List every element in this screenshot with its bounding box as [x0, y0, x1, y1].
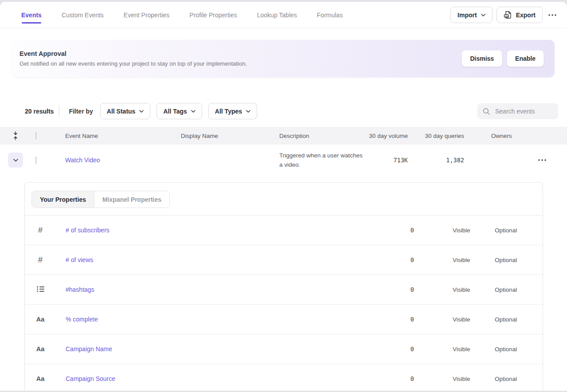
event-name-link[interactable]: Watch Video: [65, 157, 100, 164]
property-row-complete: Aa % complete 0 Visible Optional: [25, 305, 543, 334]
nav-tab-custom-events[interactable]: Custom Events: [62, 12, 104, 19]
ellipsis-icon: [548, 14, 556, 16]
event-approval-banner: Event Approval Get notified on all new e…: [12, 40, 555, 77]
export-button-label: Export: [516, 12, 536, 19]
property-row-of-views: # # of views 0 Visible Optional: [25, 245, 543, 275]
column-header-owners: Owners: [464, 133, 513, 139]
import-button-label: Import: [458, 12, 477, 19]
column-header-30-day-queries: 30 day queries: [408, 133, 464, 139]
tab-your-properties[interactable]: Your Properties: [32, 191, 94, 208]
more-menu-button[interactable]: [547, 12, 558, 19]
enable-button[interactable]: Enable: [507, 50, 544, 67]
properties-list: # # of subscribers 0 Visible Optional # …: [25, 216, 543, 391]
property-value: 0: [411, 375, 414, 382]
banner-actions: Dismiss Enable: [461, 50, 544, 67]
nav-tabs: EventsCustom EventsEvent PropertiesProfi…: [21, 12, 343, 19]
chevron-down-icon: [246, 110, 250, 113]
event-30-day-volume: 713K: [393, 157, 408, 164]
property-row-hashtags: #hashtags 0 Visible Optional: [25, 275, 543, 305]
property-name-link[interactable]: # of views: [66, 256, 93, 263]
property-value: 0: [411, 286, 414, 293]
filter-dropdown-all-tags[interactable]: All Tags: [156, 103, 202, 119]
text-icon: Aa: [36, 345, 45, 353]
ellipsis-icon: [538, 159, 546, 161]
nav-tab-lookup-tables[interactable]: Lookup Tables: [257, 12, 297, 19]
property-requirement: Optional: [495, 376, 517, 382]
text-icon: Aa: [36, 375, 45, 382]
filter-by-label: Filter by: [69, 108, 93, 115]
property-visibility: Visible: [453, 316, 470, 323]
event-description: Triggered when a user watches a video.: [279, 152, 363, 168]
collapse-all-button[interactable]: [12, 130, 19, 141]
column-header-description: Description: [262, 133, 364, 139]
property-value: 0: [411, 227, 414, 234]
collapse-row-button[interactable]: [8, 153, 23, 168]
dismiss-button[interactable]: Dismiss: [461, 50, 502, 67]
property-visibility: Visible: [453, 376, 470, 382]
column-header-event-name: Event Name: [47, 133, 163, 139]
property-name-link[interactable]: Campaign Name: [66, 345, 112, 353]
nav-tab-formulas[interactable]: Formulas: [317, 12, 343, 19]
properties-tabs-wrap: Your PropertiesMixpanel Properties: [25, 183, 543, 215]
table-row-watch-video: Watch Video Triggered when a user watche…: [0, 145, 567, 176]
properties-tab-group: Your PropertiesMixpanel Properties: [31, 191, 170, 208]
property-value: 0: [411, 345, 414, 353]
event-30-day-queries: 1,382: [446, 157, 464, 164]
events-table-header: Event Name Display Name Description 30 d…: [0, 127, 567, 145]
column-header-display-name: Display Name: [163, 133, 262, 139]
property-name-link[interactable]: # of subscribers: [66, 227, 109, 234]
banner-title: Event Approval: [20, 50, 247, 57]
filter-dropdown-all-types[interactable]: All Types: [208, 103, 257, 119]
collapse-all-icon: [13, 131, 18, 140]
property-requirement: Optional: [495, 316, 517, 323]
import-button[interactable]: Import: [450, 7, 493, 23]
property-row-of-subscribers: # # of subscribers 0 Visible Optional: [25, 216, 543, 245]
text-icon: Aa: [36, 316, 45, 323]
search-box: [477, 103, 558, 119]
lexicon-page: EventsCustom EventsEvent PropertiesProfi…: [0, 2, 567, 391]
select-all-checkbox[interactable]: [35, 132, 36, 140]
chevron-down-icon: [13, 159, 18, 162]
chevron-down-icon: [191, 110, 196, 113]
property-name-link[interactable]: Campaign Source: [66, 375, 115, 382]
row-checkbox[interactable]: [35, 157, 36, 164]
property-visibility: Visible: [453, 227, 470, 234]
nav-tab-events[interactable]: Events: [21, 12, 42, 19]
topnav-actions: Import csv Export: [450, 7, 558, 23]
number-icon: #: [38, 226, 43, 235]
results-count: 20 results: [25, 108, 54, 115]
chevron-down-icon: [139, 110, 144, 113]
property-visibility: Visible: [453, 346, 470, 353]
tab-mixpanel-properties[interactable]: Mixpanel Properties: [94, 191, 169, 208]
nav-tab-event-properties[interactable]: Event Properties: [124, 12, 170, 19]
property-requirement: Optional: [495, 286, 517, 293]
list-icon: [37, 286, 44, 294]
svg-text:csv: csv: [505, 15, 509, 17]
row-more-button[interactable]: [536, 157, 548, 164]
filter-dropdown-all-status[interactable]: All Status: [100, 103, 151, 119]
property-name-link[interactable]: % complete: [66, 316, 98, 323]
csv-file-icon: csv: [504, 11, 512, 19]
property-visibility: Visible: [453, 257, 470, 263]
property-visibility: Visible: [453, 286, 470, 293]
property-requirement: Optional: [495, 346, 517, 353]
event-properties-panel: Your PropertiesMixpanel Properties # # o…: [24, 182, 543, 391]
property-requirement: Optional: [495, 257, 517, 263]
search-events-input[interactable]: [494, 107, 553, 115]
column-header-30-day-volume: 30 day volume: [364, 133, 408, 139]
filter-dropdowns: All Status All Tags All Types: [100, 103, 257, 119]
number-icon: #: [38, 255, 43, 265]
nav-tab-profile-properties[interactable]: Profile Properties: [189, 12, 237, 19]
banner-description: Get notified on all new events entering …: [20, 60, 247, 67]
filter-row: 20 results Filter by All Status All Tags…: [0, 103, 567, 119]
export-button[interactable]: csv Export: [497, 7, 543, 23]
property-value: 0: [411, 256, 414, 263]
banner-text: Event Approval Get notified on all new e…: [20, 50, 247, 67]
property-name-link[interactable]: #hashtags: [66, 286, 94, 293]
property-row-campaign-source: Aa Campaign Source 0 Visible Optional: [25, 364, 543, 391]
property-requirement: Optional: [495, 227, 517, 234]
property-row-campaign-name: Aa Campaign Name 0 Visible Optional: [25, 334, 543, 364]
divider: [59, 106, 59, 117]
property-value: 0: [411, 316, 414, 323]
search-icon: [483, 108, 490, 115]
